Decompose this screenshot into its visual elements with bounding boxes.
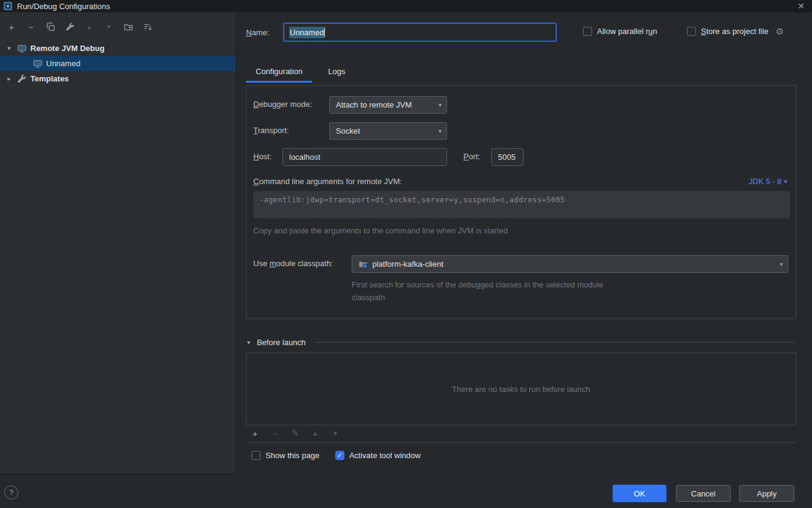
tab-bar: Configuration Logs xyxy=(246,63,355,83)
cmdline-hint: Copy and paste the arguments to the comm… xyxy=(253,226,508,235)
module-icon xyxy=(358,259,368,269)
text-caret xyxy=(324,27,325,37)
activate-tool-window-label: Activate tool window xyxy=(349,451,421,460)
before-launch-empty-text: There are no tasks to run before launch xyxy=(452,385,590,394)
tree-group-label: Templates xyxy=(30,74,69,83)
name-input[interactable]: Unnamed xyxy=(284,23,556,41)
horizontal-divider xyxy=(246,442,796,443)
cmdline-args-label: Command line arguments for remote JVM: xyxy=(253,177,402,186)
remote-jvm-debug-icon xyxy=(17,44,27,53)
move-task-down-icon[interactable]: ▼ xyxy=(329,427,342,440)
transport-value: Socket xyxy=(336,126,360,136)
port-value: 5005 xyxy=(498,153,516,162)
show-this-page-checkbox[interactable]: Show this page xyxy=(251,451,319,460)
chevron-down-icon[interactable]: ▾ xyxy=(5,44,13,52)
tab-logs[interactable]: Logs xyxy=(318,63,355,83)
chevron-down-icon: ▾ xyxy=(784,178,787,185)
host-input[interactable]: localhost xyxy=(282,148,447,166)
tasks-toolbar: + − ✎ ▲ ▼ xyxy=(248,427,342,440)
jdk-version-label: JDK 5 - 8 xyxy=(749,177,782,186)
transport-select[interactable]: Socket ▾ xyxy=(329,122,447,140)
store-as-project-file-checkbox[interactable]: Store as project file ⚙ xyxy=(687,27,784,36)
activate-tool-window-checkbox[interactable]: ✓ Activate tool window xyxy=(335,451,421,460)
cmdline-args-value: -agentlib:jdwp=transport=dt_socket,serve… xyxy=(259,196,565,204)
tree-group-remote-jvm-debug[interactable]: ▾ Remote JVM Debug xyxy=(0,41,236,56)
chevron-right-icon[interactable]: ▸ xyxy=(5,75,13,83)
name-input-selected-text: Unnamed xyxy=(289,27,324,38)
module-classpath-label: Use module classpath: xyxy=(253,259,333,268)
before-launch-header: ▼ Before launch xyxy=(246,338,796,347)
create-folder-icon[interactable] xyxy=(121,20,135,33)
chevron-down-icon: ▾ xyxy=(438,128,442,134)
templates-wrench-icon xyxy=(17,74,27,84)
edit-templates-wrench-icon[interactable] xyxy=(63,20,77,33)
name-label: Name: xyxy=(246,28,269,37)
cancel-button[interactable]: Cancel xyxy=(676,485,731,502)
app-icon xyxy=(4,2,12,10)
remote-jvm-debug-icon xyxy=(33,59,43,69)
tree-item-unnamed[interactable]: Unnamed xyxy=(0,56,236,71)
before-launch-tasks-panel: There are no tasks to run before launch xyxy=(246,352,796,425)
checkbox-unchecked[interactable] xyxy=(687,27,696,36)
allow-parallel-run-label: Allow parallel run xyxy=(597,27,657,36)
debugger-mode-label: Debugger mode: xyxy=(253,100,312,109)
edit-task-pencil-icon[interactable]: ✎ xyxy=(288,427,302,440)
chevron-down-icon: ▾ xyxy=(780,261,783,267)
dialog-title: Run/Debug Configurations xyxy=(17,2,110,11)
show-this-page-label: Show this page xyxy=(265,451,319,460)
titlebar: Run/Debug Configurations xyxy=(0,0,812,12)
configurations-sidebar: + − ▲ ▼ xyxy=(0,12,236,475)
port-label: Port: xyxy=(463,152,480,161)
module-classpath-hint: First search for sources of the debugged… xyxy=(352,278,619,304)
port-input[interactable]: 5005 xyxy=(491,148,524,166)
collapse-arrow-icon[interactable]: ▼ xyxy=(246,340,251,346)
move-task-up-icon[interactable]: ▲ xyxy=(309,427,322,440)
jdk-version-link[interactable]: JDK 5 - 8 ▾ xyxy=(749,177,787,186)
configuration-panel: Debugger mode: Attach to remote JVM ▾ Tr… xyxy=(246,85,796,319)
host-value: localhost xyxy=(289,153,320,162)
module-classpath-value: platform-kafka-client xyxy=(372,259,443,269)
debugger-mode-select[interactable]: Attach to remote JVM ▾ xyxy=(329,96,447,114)
host-label: Host: xyxy=(253,152,271,161)
debugger-mode-value: Attach to remote JVM xyxy=(336,100,412,109)
cmdline-args-readonly-field[interactable]: -agentlib:jdwp=transport=dt_socket,serve… xyxy=(253,191,790,218)
move-up-icon[interactable]: ▲ xyxy=(83,20,96,33)
transport-label: Transport: xyxy=(253,126,289,135)
checkbox-unchecked[interactable] xyxy=(583,27,592,36)
add-task-button[interactable]: + xyxy=(248,427,262,440)
tab-configuration[interactable]: Configuration xyxy=(246,63,312,83)
remove-task-button[interactable]: − xyxy=(268,427,282,440)
tree-group-label: Remote JVM Debug xyxy=(30,44,104,53)
module-classpath-select[interactable]: platform-kafka-client ▾ xyxy=(352,255,788,273)
before-launch-title: Before launch xyxy=(257,338,305,347)
section-divider xyxy=(315,342,796,343)
checkbox-unchecked[interactable] xyxy=(251,451,261,460)
tree-item-label: Unnamed xyxy=(46,59,80,68)
run-debug-configurations-dialog: Run/Debug Configurations ✕ + − ▲ ▼ xyxy=(0,0,812,508)
chevron-down-icon: ▾ xyxy=(438,101,442,108)
add-configuration-button[interactable]: + xyxy=(5,20,18,33)
close-icon[interactable]: ✕ xyxy=(797,1,805,12)
ok-button[interactable]: OK xyxy=(613,485,666,502)
page-options-row: Show this page ✓ Activate tool window xyxy=(251,451,421,460)
copy-configuration-icon[interactable] xyxy=(44,20,57,33)
store-as-project-file-label: Store as project file xyxy=(701,27,768,36)
move-down-icon[interactable]: ▼ xyxy=(102,20,115,33)
sort-configurations-icon[interactable] xyxy=(141,20,154,33)
apply-button[interactable]: Apply xyxy=(739,485,794,502)
remove-configuration-button[interactable]: − xyxy=(24,20,38,33)
help-button[interactable]: ? xyxy=(4,486,18,499)
configuration-tree: ▾ Remote JVM Debug Unnamed ▸ Te xyxy=(0,41,236,86)
checkbox-checked[interactable]: ✓ xyxy=(335,451,344,460)
tree-group-templates[interactable]: ▸ Templates xyxy=(0,71,236,86)
gear-icon[interactable]: ⚙ xyxy=(776,27,783,36)
allow-parallel-run-checkbox[interactable]: Allow parallel run xyxy=(583,27,657,36)
sidebar-toolbar: + − ▲ ▼ xyxy=(0,12,236,39)
